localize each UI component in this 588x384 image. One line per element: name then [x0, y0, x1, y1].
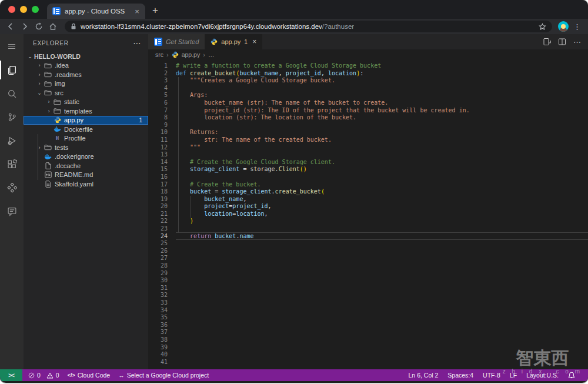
tree-item--readmes[interactable]: ›.readmes — [24, 70, 148, 79]
status-spaces[interactable]: Spaces:4 — [447, 372, 473, 379]
code-line[interactable]: 32 — [148, 292, 588, 299]
code-line[interactable]: 31 — [148, 285, 588, 292]
code-line[interactable]: 8 location (str): The location of the bu… — [148, 114, 588, 122]
breadcrumb-item[interactable]: src — [155, 51, 163, 58]
browser-tab[interactable]: app.py - Cloud OSS × — [47, 4, 145, 19]
code-line[interactable]: 38 — [148, 336, 588, 344]
zoom-window-button[interactable] — [32, 6, 39, 13]
code-line[interactable]: 41 — [148, 359, 588, 366]
browser-menu-icon[interactable]: ⋮ — [571, 22, 583, 31]
code-line[interactable]: 27 — [148, 255, 588, 262]
explorer-icon[interactable] — [0, 62, 24, 78]
account-avatar[interactable] — [558, 21, 569, 32]
status-lf[interactable]: LF — [510, 372, 517, 379]
home-icon[interactable] — [47, 21, 59, 32]
code-line[interactable]: 5 Args: — [148, 92, 588, 99]
breadcrumb-item[interactable]: … — [208, 51, 215, 58]
code-line[interactable]: 18 bucket = storage_client.create_bucket… — [148, 188, 588, 196]
extensions-icon[interactable] — [0, 156, 24, 172]
tree-item-hello-world[interactable]: ⌄HELLO-WORLD — [24, 52, 148, 61]
open-changes-icon[interactable] — [543, 38, 551, 46]
code-line[interactable]: 25 — [148, 240, 588, 248]
breadcrumb[interactable]: src›app.py›… — [148, 49, 588, 60]
code-line[interactable]: 2def create_bucket(bucket_name, project_… — [148, 70, 588, 78]
split-editor-icon[interactable] — [558, 38, 566, 46]
menu-icon[interactable] — [0, 39, 24, 54]
tree-item-procfile[interactable]: HProcfile — [24, 134, 148, 143]
tree-item-skaffold-yaml[interactable]: Skaffold.yaml — [24, 179, 148, 189]
search-icon[interactable] — [0, 86, 24, 101]
tree-item-src[interactable]: ⌄src — [24, 88, 148, 98]
tree-item-templates[interactable]: ›templates — [24, 106, 148, 116]
breadcrumb-item[interactable]: app.py — [182, 51, 201, 58]
code-line[interactable]: 6 bucket_name (str): The name of the buc… — [148, 99, 588, 107]
close-tab-icon[interactable]: × — [135, 7, 139, 16]
tree-item-dockerfile[interactable]: Dockerfile — [24, 125, 148, 134]
code-line[interactable]: 37 — [148, 329, 588, 336]
code-line[interactable]: 29 — [148, 270, 588, 278]
forward-icon[interactable] — [19, 21, 31, 32]
problems-status[interactable]: 0 0 — [28, 372, 59, 379]
code-line[interactable]: 17 # Create the bucket. — [148, 181, 588, 189]
tree-item--idea[interactable]: ›.idea — [24, 61, 148, 71]
back-icon[interactable] — [5, 21, 16, 32]
minimize-window-button[interactable] — [20, 6, 27, 13]
code-line[interactable]: 15 storage_client = storage.Client() — [148, 166, 588, 173]
tree-item-static[interactable]: ›static — [24, 98, 148, 107]
window-controls[interactable] — [0, 0, 47, 19]
code-line[interactable]: 4 — [148, 85, 588, 92]
cloud-code-status[interactable]: </> Cloud Code — [68, 372, 110, 379]
tree-item-app-py[interactable]: app.py1 — [24, 116, 148, 125]
bookmark-star-icon[interactable] — [539, 23, 546, 31]
tab-app-py[interactable]: app.py 1 × — [205, 34, 262, 49]
code-line[interactable]: 1# write a function to create a Google C… — [148, 62, 588, 70]
status-utf-8[interactable]: UTF-8 — [483, 372, 500, 379]
code-line[interactable]: 24 return bucket.name — [148, 233, 588, 241]
code-line[interactable]: 21 location=location, — [148, 211, 588, 218]
url-bar[interactable]: workstation-lf31smn4.cluster-zpbeimon7vd… — [65, 21, 552, 32]
feedback-icon[interactable] — [0, 203, 24, 219]
code-line[interactable]: 26 — [148, 248, 588, 255]
tree-item-tests[interactable]: ›tests — [24, 143, 148, 152]
tab-close-icon[interactable]: × — [252, 38, 256, 46]
code-line[interactable]: 35 — [148, 314, 588, 322]
cloud-code-icon[interactable] — [0, 180, 24, 195]
tree-item--dockerignore[interactable]: .dockerignore — [24, 152, 148, 162]
reload-icon[interactable] — [33, 21, 45, 32]
run-debug-icon[interactable] — [0, 133, 24, 148]
status-ln[interactable]: Ln 6, Col 2 — [409, 372, 439, 379]
remote-indicator[interactable]: >< — [0, 369, 22, 381]
select-project-status[interactable]: ↔ Select a Google Cloud project — [118, 372, 209, 379]
explorer-more-icon[interactable]: ⋯ — [133, 39, 141, 48]
code-line[interactable]: 16 — [148, 173, 588, 181]
code-line[interactable]: 28 — [148, 262, 588, 270]
code-line[interactable]: 19 bucket_name, — [148, 196, 588, 203]
code-line[interactable]: 36 — [148, 322, 588, 329]
code-line[interactable]: 39 — [148, 344, 588, 352]
code-line[interactable]: 10 Returns: — [148, 129, 588, 136]
code-line[interactable]: 12 """ — [148, 144, 588, 152]
code-line[interactable]: 22 ) — [148, 218, 588, 225]
code-line[interactable]: 13 — [148, 151, 588, 159]
bell-icon[interactable] — [568, 372, 575, 379]
code-editor[interactable]: 1# write a function to create a Google C… — [148, 60, 588, 369]
editor-more-actions-icon[interactable]: ⋯ — [573, 38, 581, 46]
new-tab-button[interactable]: + — [145, 5, 166, 19]
code-line[interactable]: 7 project_id (str): The ID of the projec… — [148, 107, 588, 115]
code-line[interactable]: 11 str: The name of the created bucket. — [148, 136, 588, 144]
tree-item-readme-md[interactable]: README.md — [24, 171, 148, 180]
code-line[interactable]: 30 — [148, 277, 588, 285]
tree-item-img[interactable]: ›img — [24, 79, 148, 89]
code-line[interactable]: 34 — [148, 307, 588, 315]
tab-get-started[interactable]: Get Started — [148, 34, 205, 49]
code-line[interactable]: 33 — [148, 299, 588, 307]
source-control-icon[interactable] — [0, 109, 24, 125]
status-layout[interactable]: Layout:U.S. — [526, 372, 559, 379]
code-line[interactable]: 40 — [148, 351, 588, 359]
code-line[interactable]: 3 """Creates a Google Cloud Storage buck… — [148, 77, 588, 85]
code-line[interactable]: 14 # Create the Google Cloud Storage cli… — [148, 159, 588, 166]
close-window-button[interactable] — [8, 6, 15, 13]
code-line[interactable]: 20 project=project_id, — [148, 203, 588, 211]
code-line[interactable]: 9 — [148, 122, 588, 129]
tree-item--dccache[interactable]: .dccache — [24, 161, 148, 171]
